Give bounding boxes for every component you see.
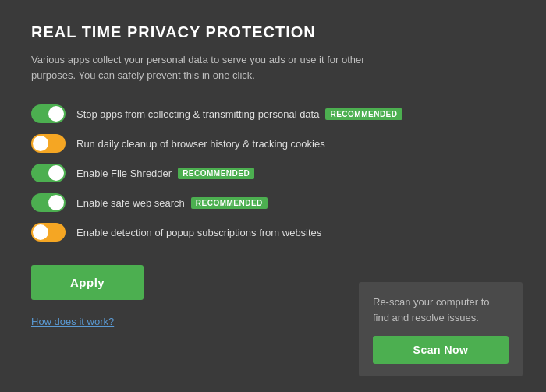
toggle-knob — [33, 224, 48, 240]
rescan-text: Re-scan your computer to find and resolv… — [373, 295, 509, 325]
toggle-daily-cleanup[interactable] — [31, 134, 66, 153]
toggle-row-file-shredder: Enable File Shredder RECOMMENDED — [31, 164, 515, 182]
scan-now-button[interactable]: Scan Now — [373, 336, 509, 364]
toggle-row-popup: Enable detection of popup subscriptions … — [31, 223, 515, 242]
toggle-knob — [48, 195, 64, 210]
toggle-row-safe-web: Enable safe web search RECOMMENDED — [31, 193, 515, 212]
page-title: REAL TIME PRIVACY PROTECTION — [31, 23, 515, 41]
page-description: Various apps collect your personal data … — [31, 52, 406, 83]
scan-panel: Re-scan your computer to find and resolv… — [359, 282, 523, 376]
toggle-stop-apps[interactable] — [31, 104, 66, 123]
badge-file-shredder: RECOMMENDED — [178, 168, 254, 179]
toggle-knob — [48, 165, 64, 181]
toggle-list: Stop apps from collecting & transmitting… — [31, 104, 515, 242]
toggle-safe-web[interactable] — [31, 193, 66, 212]
toggle-popup[interactable] — [31, 223, 66, 242]
toggle-label-stop-apps: Stop apps from collecting & transmitting… — [76, 108, 402, 120]
badge-safe-web: RECOMMENDED — [191, 197, 268, 209]
apply-button[interactable]: Apply — [31, 265, 144, 300]
badge-stop-apps: RECOMMENDED — [325, 108, 402, 120]
toggle-knob — [33, 136, 48, 151]
toggle-knob — [48, 106, 64, 122]
toggle-row-stop-apps: Stop apps from collecting & transmitting… — [31, 104, 515, 123]
how-does-it-work-link[interactable]: How does it work? — [31, 316, 114, 327]
toggle-label-daily-cleanup: Run daily cleanup of browser history & t… — [76, 138, 325, 150]
toggle-row-daily-cleanup: Run daily cleanup of browser history & t… — [31, 134, 515, 153]
toggle-label-popup: Enable detection of popup subscriptions … — [76, 227, 321, 238]
toggle-label-file-shredder: Enable File Shredder RECOMMENDED — [76, 168, 254, 179]
toggle-label-safe-web: Enable safe web search RECOMMENDED — [76, 197, 268, 209]
main-container: REAL TIME PRIVACY PROTECTION Various app… — [0, 0, 546, 392]
toggle-file-shredder[interactable] — [31, 164, 66, 182]
